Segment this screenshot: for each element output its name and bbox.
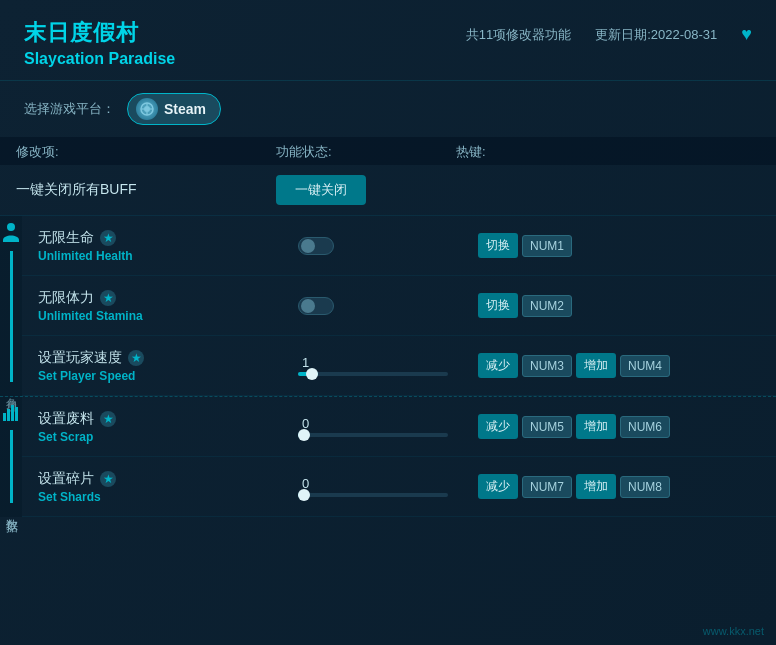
title-block: 末日度假村 Slaycation Paradise [24,18,175,68]
hotkeys-stamina: 切换 NUM2 [478,293,760,318]
header-hotkey: 热键: [456,143,768,161]
svg-rect-3 [3,413,6,421]
data-section: 数据 设置废料 ★ Set Scrap 0 [0,397,776,517]
table-headers: 修改项: 功能状态: 热键: [0,137,776,165]
table-row: 设置碎片 ★ Set Shards 0 减少 NUM7 增加 NU [22,457,776,517]
mod-name-unlimited-health: 无限生命 ★ Unlimited Health [38,229,298,263]
mod-name-en: Unlimited Health [38,249,298,263]
slider-wrap-speed: 1 [298,355,478,376]
toggle-knob [301,299,315,313]
hotkey-num4: NUM4 [620,355,670,377]
toggle-knob [301,239,315,253]
header-mod-item: 修改项: [16,143,276,161]
mod-name-en: Set Player Speed [38,369,298,383]
mod-name-cn: 无限体力 ★ [38,289,298,307]
character-label: 角色 [3,384,20,396]
slider-thumb[interactable] [298,429,310,441]
mod-name-unlimited-stamina: 无限体力 ★ Unlimited Stamina [38,289,298,323]
buff-button-wrap: 一键关闭 [276,175,456,205]
hotkey-num1: NUM1 [522,235,572,257]
mod-name-cn: 设置玩家速度 ★ [38,349,298,367]
svg-rect-6 [15,407,18,421]
mod-name-en: Set Scrap [38,430,298,444]
decrease-btn[interactable]: 减少 [478,353,518,378]
svg-point-1 [144,106,150,112]
table-row: 设置废料 ★ Set Scrap 0 减少 NUM5 增加 NUM [22,397,776,457]
hotkey-num6: NUM6 [620,416,670,438]
hotkeys-scrap: 减少 NUM5 增加 NUM6 [478,414,760,439]
mod-name-shards: 设置碎片 ★ Set Shards [38,470,298,504]
svg-rect-4 [7,409,10,421]
speed-slider[interactable] [298,372,448,376]
health-toggle[interactable] [298,237,334,255]
slider-thumb[interactable] [298,489,310,501]
mod-name-en: Set Shards [38,490,298,504]
slider-wrap-scrap: 0 [298,416,478,437]
character-sidebar: 角色 [0,216,22,396]
toggle-wrap [298,237,478,255]
hotkeys-speed: 减少 NUM3 增加 NUM4 [478,353,760,378]
decrease-btn[interactable]: 减少 [478,474,518,499]
table-row: 无限体力 ★ Unlimited Stamina 切换 NUM2 [22,276,776,336]
mod-name-en: Unlimited Stamina [38,309,298,323]
table-row: 设置玩家速度 ★ Set Player Speed 1 减少 NUM3 增加 [22,336,776,396]
slider-thumb[interactable] [306,368,318,380]
favorite-icon[interactable]: ♥ [741,24,752,45]
svg-point-2 [7,223,15,231]
game-title-cn: 末日度假村 [24,18,175,48]
data-bar [10,430,13,503]
header-meta: 共11项修改器功能 更新日期:2022-08-31 ♥ [466,18,752,45]
mod-name-scrap: 设置废料 ★ Set Scrap [38,410,298,444]
mod-name-cn: 无限生命 ★ [38,229,298,247]
star-icon[interactable]: ★ [100,471,116,487]
character-content: 无限生命 ★ Unlimited Health 切换 NUM1 [22,216,776,396]
mod-name-player-speed: 设置玩家速度 ★ Set Player Speed [38,349,298,383]
hotkey-num7: NUM7 [522,476,572,498]
watermark: www.kkx.net [703,625,764,637]
slider-wrap-shards: 0 [298,476,478,497]
mod-count: 共11项修改器功能 [466,26,571,44]
increase-btn[interactable]: 增加 [576,353,616,378]
data-icon [3,397,19,428]
one-click-button[interactable]: 一键关闭 [276,175,366,205]
buff-name: 一键关闭所有BUFF [16,181,276,199]
hotkey-num3: NUM3 [522,355,572,377]
data-label: 数据 [3,505,20,517]
hotkey-num2: NUM2 [522,295,572,317]
star-icon[interactable]: ★ [100,230,116,246]
hotkeys-shards: 减少 NUM7 增加 NUM8 [478,474,760,499]
platform-row: 选择游戏平台： Steam [0,81,776,137]
update-date: 更新日期:2022-08-31 [595,26,717,44]
star-icon[interactable]: ★ [100,411,116,427]
buff-row: 一键关闭所有BUFF 一键关闭 [0,165,776,216]
data-content: 设置废料 ★ Set Scrap 0 减少 NUM5 增加 NUM [22,397,776,517]
data-sidebar: 数据 [0,397,22,517]
increase-btn[interactable]: 增加 [576,414,616,439]
hotkey-num5: NUM5 [522,416,572,438]
header-status: 功能状态: [276,143,456,161]
platform-label: 选择游戏平台： [24,100,115,118]
svg-rect-5 [11,405,14,421]
toggle-action-btn[interactable]: 切换 [478,293,518,318]
toggle-wrap [298,297,478,315]
hotkeys-health: 切换 NUM1 [478,233,760,258]
character-bar [10,251,13,382]
character-section: 角色 无限生命 ★ Unlimited Health 切换 [0,216,776,396]
hotkey-num8: NUM8 [620,476,670,498]
header: 末日度假村 Slaycation Paradise 共11项修改器功能 更新日期… [0,0,776,81]
stamina-toggle[interactable] [298,297,334,315]
steam-label: Steam [164,101,206,117]
decrease-btn[interactable]: 减少 [478,414,518,439]
character-icon [3,216,19,249]
star-icon[interactable]: ★ [128,350,144,366]
increase-btn[interactable]: 增加 [576,474,616,499]
shards-slider[interactable] [298,493,448,497]
app-container: 末日度假村 Slaycation Paradise 共11项修改器功能 更新日期… [0,0,776,645]
toggle-action-btn[interactable]: 切换 [478,233,518,258]
game-title-en: Slaycation Paradise [24,50,175,68]
star-icon[interactable]: ★ [100,290,116,306]
mod-name-cn: 设置碎片 ★ [38,470,298,488]
steam-button[interactable]: Steam [127,93,221,125]
scrap-slider[interactable] [298,433,448,437]
mod-name-cn: 设置废料 ★ [38,410,298,428]
